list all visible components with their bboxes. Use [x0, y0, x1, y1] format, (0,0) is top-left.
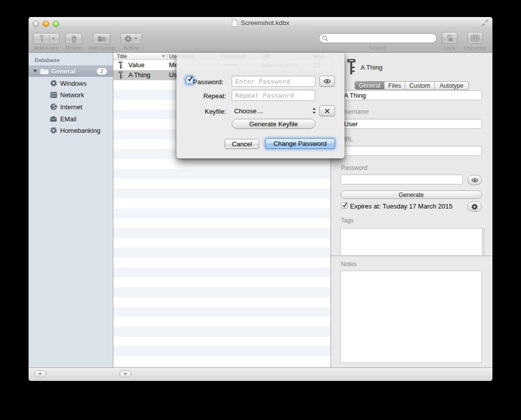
table-stripe — [113, 248, 331, 258]
table-stripe — [113, 178, 331, 188]
search-label: Search — [319, 45, 437, 51]
notes-split-divider[interactable] — [331, 256, 492, 256]
sidebar-section-header: Database — [35, 57, 60, 63]
table-stripe — [113, 218, 331, 228]
password-input[interactable] — [232, 76, 315, 87]
action-label: Action — [120, 45, 142, 51]
keyfile-selected-value: Choose… — [234, 107, 263, 115]
table-stripe — [113, 317, 331, 327]
keyfile-popup[interactable]: Choose… — [232, 106, 322, 117]
sidebar-item-label: Homebanking — [60, 127, 100, 134]
chevron-down-icon — [134, 38, 137, 40]
password-enabled-checkbox[interactable] — [186, 77, 193, 84]
sidebar-item-internet[interactable]: Internet — [29, 101, 113, 113]
key-icon — [345, 59, 357, 75]
eye-icon — [471, 178, 478, 182]
reveal-password-button[interactable] — [467, 175, 482, 185]
table-stripe — [113, 277, 331, 287]
add-group-plus-button[interactable]: + — [34, 370, 46, 377]
add-group-button[interactable] — [93, 33, 110, 44]
clear-keyfile-button[interactable] — [319, 105, 335, 116]
table-stripe — [113, 287, 331, 297]
cancel-button[interactable]: Cancel — [225, 139, 259, 149]
generate-keyfile-button[interactable]: Generate Keyfile — [232, 119, 315, 129]
add-entry-plus-button[interactable]: + — [119, 370, 131, 377]
folder-icon — [40, 68, 49, 75]
sort-descending-icon — [161, 55, 165, 58]
table-stripe — [113, 169, 331, 179]
key-icon — [39, 35, 45, 43]
table-stripe — [113, 356, 331, 366]
app-window: Screenshot.kdbx Add Entry Del — [29, 17, 492, 381]
window-title-group: Screenshot.kdbx — [29, 19, 492, 27]
username-field[interactable] — [340, 119, 482, 129]
table-stripe — [113, 297, 331, 307]
inspector-icon — [471, 35, 479, 42]
key-icon — [118, 71, 123, 79]
sidebar-item-homebanking[interactable]: Homebanking — [29, 124, 113, 136]
unlock-icon — [446, 34, 453, 42]
change-password-button[interactable]: Change Password — [265, 138, 335, 149]
server-icon — [50, 91, 57, 99]
column-header-title[interactable]: Title — [117, 53, 127, 60]
sidebar-group-general[interactable]: General 2 — [29, 66, 113, 77]
tab-autotype[interactable]: Autotype — [435, 82, 468, 89]
document-proxy-icon[interactable] — [232, 19, 238, 27]
trash-icon — [71, 35, 77, 43]
sidebar-item-label: Network — [60, 91, 84, 99]
action-button[interactable] — [120, 33, 142, 44]
expire-presets-button[interactable] — [467, 201, 482, 212]
sidebar-item-windows[interactable]: Windows — [29, 77, 113, 89]
column-divider[interactable] — [167, 53, 167, 59]
gear-icon — [124, 35, 132, 43]
add-entry-button[interactable] — [33, 33, 60, 44]
split-divider — [49, 35, 50, 43]
fullscreen-icon[interactable] — [481, 19, 489, 27]
eye-icon — [323, 79, 331, 84]
title-field[interactable] — [340, 90, 482, 100]
sidebar-group-label: General — [51, 68, 75, 75]
tags-field[interactable] — [340, 228, 482, 255]
lock-label: Lock — [438, 45, 461, 51]
tab-custom[interactable]: Custom — [405, 82, 435, 89]
folder-plus-icon — [98, 36, 106, 42]
group-count-badge: 2 — [97, 68, 107, 75]
url-field[interactable] — [340, 146, 482, 156]
delete-button[interactable] — [65, 33, 82, 44]
expires-checkbox[interactable] — [341, 202, 348, 209]
window-title: Screenshot.kdbx — [241, 19, 289, 27]
repeat-label: Repeat: — [193, 92, 226, 100]
delete-label: Delete — [60, 45, 87, 51]
inspector-button[interactable] — [467, 32, 483, 44]
table-stripe — [113, 327, 331, 337]
gear-icon — [50, 80, 57, 87]
password-field[interactable] — [340, 174, 463, 184]
key-icon — [118, 61, 123, 69]
entry-title: Value — [128, 60, 144, 70]
table-stripe — [113, 346, 331, 356]
sidebar-split-divider[interactable] — [113, 53, 113, 381]
sidebar-item-email[interactable]: EMail — [29, 113, 113, 125]
chevron-down-icon — [52, 38, 55, 40]
tab-general[interactable]: General — [355, 82, 385, 89]
disclosure-triangle-icon[interactable] — [33, 70, 37, 73]
envelope-icon — [50, 115, 57, 123]
gear-icon — [471, 203, 478, 210]
generate-button[interactable]: Generate — [340, 190, 482, 199]
inspector-label: Inspector — [461, 45, 489, 51]
repeat-password-input[interactable] — [232, 90, 315, 101]
search-input[interactable] — [319, 33, 437, 43]
table-stripe — [113, 258, 331, 268]
tags-label: Tags — [341, 217, 354, 224]
reveal-password-button[interactable] — [319, 76, 335, 87]
checkmark-icon — [342, 202, 348, 208]
popup-stepper-icon — [312, 107, 316, 114]
notes-field[interactable] — [340, 271, 482, 363]
expires-label: Expires at: Tuesday 17 March 2015 — [350, 202, 453, 210]
sidebar-item-network[interactable]: Network — [29, 89, 113, 101]
sidebar-item-label: Internet — [60, 103, 82, 111]
tab-files[interactable]: Files — [385, 82, 405, 89]
lock-button[interactable] — [442, 32, 457, 44]
globe-icon — [50, 103, 57, 111]
table-stripe — [113, 268, 331, 278]
